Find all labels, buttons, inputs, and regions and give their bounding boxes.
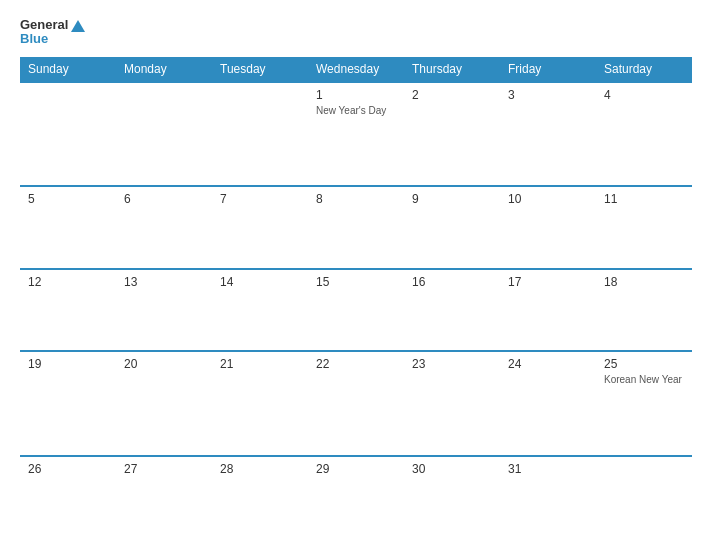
- day-number: 15: [316, 275, 396, 289]
- day-of-week-wednesday: Wednesday: [308, 57, 404, 82]
- day-number: 22: [316, 357, 396, 371]
- day-number: 24: [508, 357, 588, 371]
- day-number: 10: [508, 192, 588, 206]
- calendar-cell: [212, 82, 308, 187]
- calendar-cell: 19: [20, 351, 116, 456]
- calendar-cell: 18: [596, 269, 692, 351]
- calendar-header-row: SundayMondayTuesdayWednesdayThursdayFrid…: [20, 57, 692, 82]
- calendar-cell: 26: [20, 456, 116, 536]
- logo-general-text: General: [20, 18, 85, 32]
- calendar-cell: 20: [116, 351, 212, 456]
- day-number: 26: [28, 462, 108, 476]
- day-number: 25: [604, 357, 684, 371]
- calendar-cell: 3: [500, 82, 596, 187]
- day-number: 2: [412, 88, 492, 102]
- day-number: 5: [28, 192, 108, 206]
- day-number: 28: [220, 462, 300, 476]
- calendar-cell: [20, 82, 116, 187]
- calendar-cell: 29: [308, 456, 404, 536]
- holiday-label: Korean New Year: [604, 373, 684, 386]
- calendar-cell: 10: [500, 186, 596, 268]
- calendar-cell: 30: [404, 456, 500, 536]
- calendar-week-0: 1New Year's Day234: [20, 82, 692, 187]
- calendar-cell: 6: [116, 186, 212, 268]
- day-number: 23: [412, 357, 492, 371]
- day-number: 13: [124, 275, 204, 289]
- calendar-cell: 17: [500, 269, 596, 351]
- calendar-week-4: 262728293031: [20, 456, 692, 536]
- day-number: 8: [316, 192, 396, 206]
- calendar-cell: 4: [596, 82, 692, 187]
- day-of-week-saturday: Saturday: [596, 57, 692, 82]
- day-number: 11: [604, 192, 684, 206]
- calendar-cell: 27: [116, 456, 212, 536]
- day-number: 30: [412, 462, 492, 476]
- calendar-week-2: 12131415161718: [20, 269, 692, 351]
- calendar-cell: 23: [404, 351, 500, 456]
- calendar-header: General Blue: [20, 18, 692, 47]
- day-number: 6: [124, 192, 204, 206]
- calendar-cell: 15: [308, 269, 404, 351]
- calendar-cell: 8: [308, 186, 404, 268]
- day-number: 12: [28, 275, 108, 289]
- calendar-cell: 16: [404, 269, 500, 351]
- day-number: 29: [316, 462, 396, 476]
- day-number: 9: [412, 192, 492, 206]
- day-of-week-sunday: Sunday: [20, 57, 116, 82]
- day-number: 18: [604, 275, 684, 289]
- day-number: 19: [28, 357, 108, 371]
- calendar-cell: 25Korean New Year: [596, 351, 692, 456]
- day-number: 4: [604, 88, 684, 102]
- calendar-cell: 2: [404, 82, 500, 187]
- day-number: 1: [316, 88, 396, 102]
- calendar-cell: 9: [404, 186, 500, 268]
- calendar-cell: 22: [308, 351, 404, 456]
- calendar-cell: [596, 456, 692, 536]
- day-number: 16: [412, 275, 492, 289]
- calendar-cell: 28: [212, 456, 308, 536]
- calendar-week-1: 567891011: [20, 186, 692, 268]
- calendar-cell: 31: [500, 456, 596, 536]
- calendar-cell: 21: [212, 351, 308, 456]
- day-number: 17: [508, 275, 588, 289]
- calendar-cell: 11: [596, 186, 692, 268]
- calendar-cell: 1New Year's Day: [308, 82, 404, 187]
- calendar-cell: 5: [20, 186, 116, 268]
- day-of-week-friday: Friday: [500, 57, 596, 82]
- calendar-cell: 14: [212, 269, 308, 351]
- calendar-cell: [116, 82, 212, 187]
- day-number: 31: [508, 462, 588, 476]
- day-number: 7: [220, 192, 300, 206]
- calendar-cell: 7: [212, 186, 308, 268]
- day-number: 14: [220, 275, 300, 289]
- calendar-week-3: 19202122232425Korean New Year: [20, 351, 692, 456]
- day-number: 21: [220, 357, 300, 371]
- day-number: 27: [124, 462, 204, 476]
- day-of-week-monday: Monday: [116, 57, 212, 82]
- logo: General Blue: [20, 18, 85, 47]
- day-of-week-thursday: Thursday: [404, 57, 500, 82]
- calendar-cell: 13: [116, 269, 212, 351]
- calendar-cell: 24: [500, 351, 596, 456]
- calendar-cell: 12: [20, 269, 116, 351]
- logo-blue-text: Blue: [20, 32, 48, 46]
- day-of-week-tuesday: Tuesday: [212, 57, 308, 82]
- day-number: 3: [508, 88, 588, 102]
- holiday-label: New Year's Day: [316, 104, 396, 117]
- calendar-table: SundayMondayTuesdayWednesdayThursdayFrid…: [20, 57, 692, 536]
- day-number: 20: [124, 357, 204, 371]
